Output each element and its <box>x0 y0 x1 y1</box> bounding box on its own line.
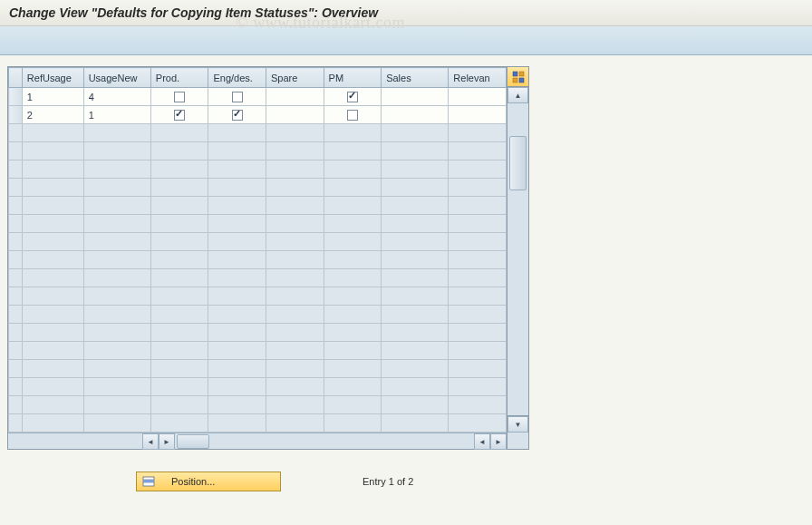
checkbox-pm[interactable] <box>347 92 358 102</box>
empty-cell <box>324 414 382 433</box>
cell-relevan[interactable] <box>449 106 507 124</box>
empty-cell <box>150 378 208 396</box>
hscroll-left-icon[interactable]: ◄ <box>142 433 159 450</box>
empty-cell <box>449 378 507 396</box>
table-row-empty <box>9 287 507 306</box>
cell-sales[interactable] <box>382 88 449 106</box>
empty-cell <box>150 324 208 342</box>
empty-cell <box>22 269 83 287</box>
table-row-empty <box>9 179 507 197</box>
bottom-bar: Position... Entry 1 of 2 <box>0 472 812 491</box>
checkbox-engdes[interactable] <box>232 92 243 102</box>
row-selector[interactable] <box>9 106 23 124</box>
vscroll-down-icon[interactable]: ▼ <box>508 416 528 433</box>
vertical-scrollbar[interactable] <box>508 103 528 416</box>
vscroll-up-icon[interactable]: ▲ <box>508 87 528 103</box>
empty-cell <box>208 396 266 414</box>
empty-cell <box>324 160 382 179</box>
empty-cell <box>83 197 150 215</box>
empty-cell <box>382 160 449 179</box>
cell-usagenew[interactable]: 1 <box>83 106 150 124</box>
cell-usagenew[interactable]: 4 <box>83 88 150 106</box>
col-header-usagenew[interactable]: UsageNew <box>83 68 150 88</box>
cell-refusage[interactable]: 2 <box>22 106 83 124</box>
cell-pm[interactable] <box>324 88 382 106</box>
empty-cell <box>382 197 449 215</box>
col-header-refusage[interactable]: RefUsage <box>22 68 83 88</box>
empty-cell <box>150 142 208 160</box>
empty-cell <box>449 396 507 414</box>
table-row-empty <box>9 197 507 215</box>
hscroll-thumb[interactable] <box>177 434 209 449</box>
col-header-relevan[interactable]: Relevan <box>449 68 507 88</box>
empty-cell <box>266 179 324 197</box>
empty-cell <box>208 179 266 197</box>
table-row-empty <box>9 306 507 324</box>
empty-cell <box>208 306 266 324</box>
empty-cell <box>208 215 266 233</box>
empty-cell <box>150 342 208 360</box>
cell-engdes[interactable] <box>208 106 266 124</box>
svg-rect-3 <box>519 78 524 83</box>
table-row-empty <box>9 396 507 414</box>
empty-cell <box>324 215 382 233</box>
empty-cell <box>266 160 324 179</box>
empty-cell <box>150 287 208 306</box>
cell-relevan[interactable] <box>449 88 507 106</box>
vscroll-thumb[interactable] <box>509 136 527 190</box>
empty-cell <box>22 324 83 342</box>
hscroll-left2-icon[interactable]: ◄ <box>474 433 490 450</box>
cell-prod[interactable] <box>150 106 208 124</box>
cell-refusage[interactable]: 1 <box>22 88 83 106</box>
table-row-empty <box>9 414 507 433</box>
col-header-pm[interactable]: PM <box>324 68 382 88</box>
cell-spare[interactable] <box>266 106 324 124</box>
empty-cell <box>150 251 208 269</box>
empty-cell <box>9 287 23 306</box>
col-header-sales[interactable]: Sales <box>382 68 449 88</box>
empty-cell <box>22 251 83 269</box>
empty-cell <box>324 197 382 215</box>
empty-cell <box>266 360 324 378</box>
empty-cell <box>324 251 382 269</box>
empty-cell <box>382 306 449 324</box>
table-settings-button[interactable] <box>508 67 528 87</box>
empty-cell <box>324 324 382 342</box>
empty-cell <box>266 197 324 215</box>
cell-prod[interactable] <box>150 88 208 106</box>
empty-cell <box>208 324 266 342</box>
empty-cell <box>324 142 382 160</box>
empty-cell <box>266 324 324 342</box>
col-header-engdes[interactable]: Eng/des. <box>208 68 266 88</box>
empty-cell <box>266 142 324 160</box>
empty-cell <box>324 378 382 396</box>
table-row-empty <box>9 233 507 251</box>
row-selector-header[interactable] <box>9 68 23 88</box>
col-header-spare[interactable]: Spare <box>266 68 324 88</box>
page-title: Change View "Defaults for Copying Item S… <box>0 0 812 26</box>
cell-spare[interactable] <box>266 88 324 106</box>
table-row-empty <box>9 324 507 342</box>
col-header-prod[interactable]: Prod. <box>150 68 208 88</box>
row-selector[interactable] <box>9 88 23 106</box>
checkbox-prod[interactable] <box>174 110 185 121</box>
position-button[interactable]: Position... <box>136 472 281 491</box>
empty-cell <box>449 306 507 324</box>
empty-cell <box>83 160 150 179</box>
cell-sales[interactable] <box>382 106 449 124</box>
empty-cell <box>382 396 449 414</box>
empty-cell <box>150 124 208 142</box>
empty-cell <box>382 287 449 306</box>
empty-cell <box>83 179 150 197</box>
checkbox-engdes[interactable] <box>232 110 243 121</box>
cell-pm[interactable] <box>324 106 382 124</box>
hscroll-right-icon[interactable]: ► <box>159 433 175 450</box>
empty-cell <box>83 378 150 396</box>
empty-cell <box>208 197 266 215</box>
empty-cell <box>382 269 449 287</box>
cell-engdes[interactable] <box>208 88 266 106</box>
hscroll-right2-icon[interactable]: ► <box>490 433 507 450</box>
empty-cell <box>266 287 324 306</box>
checkbox-prod[interactable] <box>174 92 185 102</box>
checkbox-pm[interactable] <box>347 110 358 121</box>
